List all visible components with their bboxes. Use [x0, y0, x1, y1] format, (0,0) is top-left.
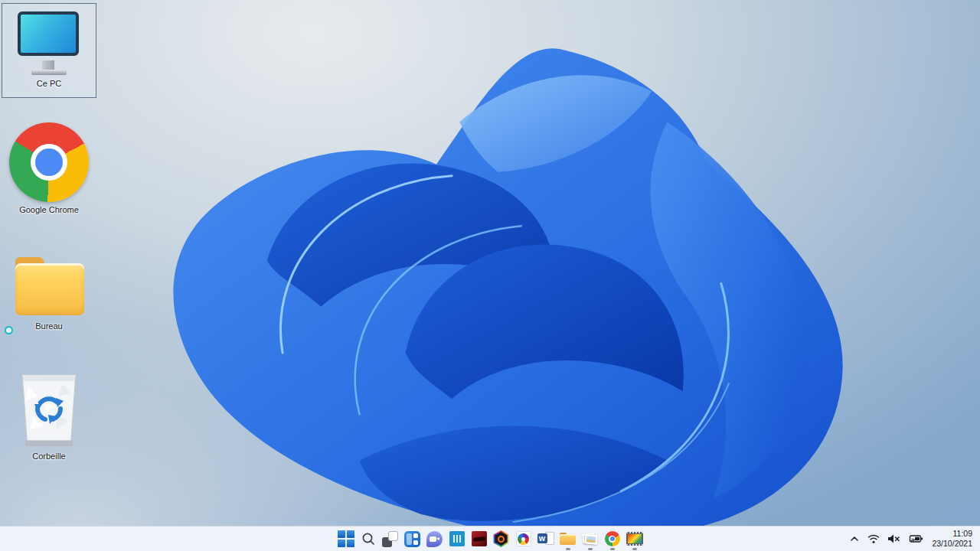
- widgets-button[interactable]: [401, 527, 423, 551]
- start-button[interactable]: [335, 527, 357, 551]
- picasa-button[interactable]: [512, 527, 534, 551]
- picasa-pinwheel-icon: [516, 531, 531, 546]
- desktop-icon-recycle-bin[interactable]: Corbeille: [2, 370, 96, 461]
- chevron-up-icon: [849, 533, 860, 544]
- taskbar: W: [0, 526, 980, 551]
- taskbar-center-icons: W: [335, 527, 645, 551]
- tray-date: 23/10/2021: [932, 539, 972, 549]
- red-game-app-button[interactable]: [468, 527, 490, 551]
- desktop-icon-label: Bureau: [35, 321, 62, 331]
- desktop-icon-bureau-folder[interactable]: Bureau: [2, 251, 96, 331]
- system-tray: 11:09 23/10/2021: [845, 527, 980, 551]
- running-indicator: [588, 548, 593, 550]
- photo-gallery-button[interactable]: [579, 527, 601, 551]
- widgets-icon: [404, 531, 420, 547]
- network-button[interactable]: [864, 527, 884, 551]
- blue-app-button[interactable]: [446, 527, 468, 551]
- hidden-icons-button[interactable]: [845, 527, 864, 551]
- battery-button[interactable]: [904, 527, 927, 551]
- film-strip-icon: [626, 532, 643, 546]
- desktop[interactable]: Ce PC ↗ Google Chrome Bureau: [0, 0, 980, 551]
- chrome-icon: ↗: [9, 122, 89, 202]
- volume-muted-icon: [887, 533, 900, 544]
- file-explorer-icon: [560, 533, 576, 546]
- folder-icon: [11, 257, 87, 318]
- blue-app-icon: [449, 531, 465, 546]
- chrome-taskbar-button[interactable]: [601, 527, 623, 551]
- chrome-icon: [605, 531, 620, 546]
- media-app-button[interactable]: [623, 527, 645, 551]
- hexagon-app-icon: [493, 530, 510, 547]
- running-indicator: [566, 548, 570, 550]
- wifi-icon: [867, 533, 880, 544]
- desktop-icon-this-pc[interactable]: Ce PC: [2, 3, 96, 98]
- desktop-icon-google-chrome[interactable]: ↗ Google Chrome: [2, 122, 96, 214]
- running-indicator: [610, 548, 615, 550]
- desktop-icon-label: Corbeille: [32, 452, 65, 461]
- battery-charging-icon: [908, 533, 923, 544]
- windows-logo-icon: [338, 530, 354, 547]
- teams-chat-icon: [426, 531, 443, 547]
- word-button[interactable]: W: [534, 527, 557, 551]
- task-view-icon: [382, 531, 398, 547]
- bloom-wallpaper: [129, 29, 898, 538]
- search-button[interactable]: [357, 527, 379, 551]
- search-icon: [361, 532, 375, 546]
- clock[interactable]: 11:09 23/10/2021: [927, 527, 980, 551]
- tray-time: 11:09: [953, 529, 973, 539]
- recycle-bin-full-icon: [18, 370, 80, 448]
- hexagon-app-button[interactable]: [490, 527, 512, 551]
- word-icon: W: [537, 531, 554, 546]
- running-indicator: [632, 548, 637, 550]
- task-view-button[interactable]: [379, 527, 401, 551]
- chat-button[interactable]: [423, 527, 446, 551]
- this-pc-monitor-icon: [16, 11, 82, 76]
- volume-button[interactable]: [884, 527, 904, 551]
- desktop-icon-label: Google Chrome: [19, 205, 79, 214]
- sync-status-badge-icon: [5, 326, 13, 334]
- file-explorer-button[interactable]: [557, 527, 579, 551]
- red-game-app-icon: [472, 531, 487, 546]
- desktop-icon-label: Ce PC: [37, 79, 61, 88]
- photo-gallery-icon: [582, 532, 599, 546]
